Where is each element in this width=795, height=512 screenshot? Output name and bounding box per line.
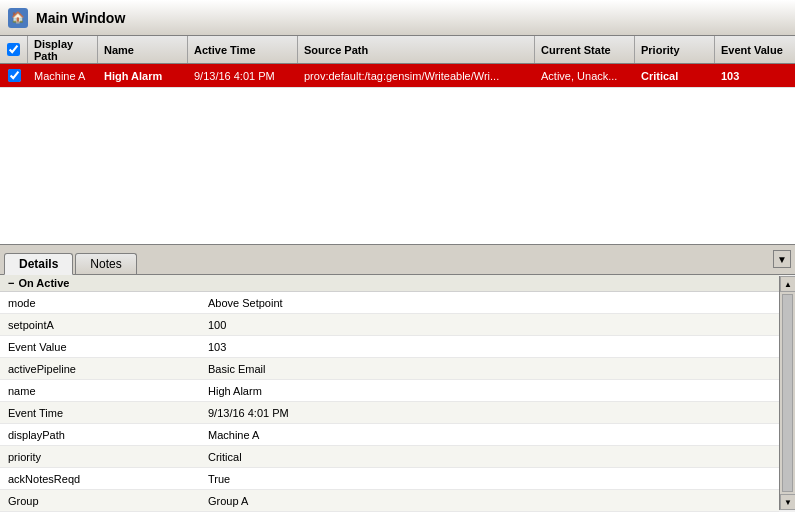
scroll-thumb[interactable]: [782, 294, 793, 492]
detail-value: High Alarm: [200, 385, 779, 397]
cell-priority: Critical: [635, 64, 715, 87]
detail-label: setpointA: [0, 319, 200, 331]
alarm-table-area: Display Path Name Active Time Source Pat…: [0, 36, 795, 245]
detail-row-acknotesreqd: ackNotesReqd True: [0, 468, 779, 490]
tab-details[interactable]: Details: [4, 253, 73, 275]
detail-value: 103: [200, 341, 779, 353]
detail-value: 100: [200, 319, 779, 331]
details-scrollbar[interactable]: ▲ ▼: [779, 276, 795, 510]
detail-label: mode: [0, 297, 200, 309]
detail-label: Event Time: [0, 407, 200, 419]
detail-label: name: [0, 385, 200, 397]
tabs-bar: Details Notes ▼: [0, 245, 795, 275]
cell-current-state: Active, Unack...: [535, 64, 635, 87]
tab-notes[interactable]: Notes: [75, 253, 136, 274]
table-body[interactable]: Machine A High Alarm 9/13/16 4:01 PM pro…: [0, 64, 795, 244]
detail-value: Above Setpoint: [200, 297, 779, 309]
detail-value: 9/13/16 4:01 PM: [200, 407, 779, 419]
section-header-on-active: − On Active: [0, 275, 779, 292]
section-collapse-icon[interactable]: −: [8, 277, 14, 289]
alarm-table-wrapper: Display Path Name Active Time Source Pat…: [0, 36, 795, 245]
detail-row-priority: priority Critical: [0, 446, 779, 468]
col-priority: Priority: [635, 36, 715, 63]
detail-label: Group: [0, 495, 200, 507]
detail-row-activepipeline: activePipeline Basic Email: [0, 358, 779, 380]
header-checkbox-cell[interactable]: [0, 36, 28, 63]
detail-value: Basic Email: [200, 363, 779, 375]
detail-value: True: [200, 473, 779, 485]
cell-active-time: 9/13/16 4:01 PM: [188, 64, 298, 87]
detail-label: activePipeline: [0, 363, 200, 375]
detail-value: Critical: [200, 451, 779, 463]
title-bar: 🏠 Main Window: [0, 0, 795, 36]
table-row[interactable]: Machine A High Alarm 9/13/16 4:01 PM pro…: [0, 64, 795, 88]
cell-display-path: Machine A: [28, 64, 98, 87]
window-title: Main Window: [36, 10, 125, 26]
detail-value: Group A: [200, 495, 779, 507]
details-content[interactable]: − On Active mode Above Setpoint setpoint…: [0, 275, 779, 512]
scroll-down-arrow[interactable]: ▼: [780, 494, 795, 510]
detail-row-event-time: Event Time 9/13/16 4:01 PM: [0, 402, 779, 424]
detail-row-event-value: Event Value 103: [0, 336, 779, 358]
cell-name: High Alarm: [98, 64, 188, 87]
row-checkbox[interactable]: [8, 69, 21, 82]
detail-label: Event Value: [0, 341, 200, 353]
col-display-path: Display Path: [28, 36, 98, 63]
cell-source-path: prov:default:/tag:gensim/Writeable/Wri..…: [298, 64, 535, 87]
main-content: Display Path Name Active Time Source Pat…: [0, 36, 795, 512]
col-current-state: Current State: [535, 36, 635, 63]
header-checkbox[interactable]: [7, 43, 20, 56]
detail-label: ackNotesReqd: [0, 473, 200, 485]
detail-label: displayPath: [0, 429, 200, 441]
window-icon: 🏠: [8, 8, 28, 28]
row-checkbox-cell[interactable]: [0, 64, 28, 87]
detail-row-mode: mode Above Setpoint: [0, 292, 779, 314]
detail-row-name: name High Alarm: [0, 380, 779, 402]
detail-row-setpointa: setpointA 100: [0, 314, 779, 336]
detail-value: Machine A: [200, 429, 779, 441]
scroll-up-arrow[interactable]: ▲: [780, 276, 795, 292]
col-name: Name: [98, 36, 188, 63]
section-title: On Active: [18, 277, 69, 289]
col-event-value: Event Value: [715, 36, 795, 63]
detail-row-group: Group Group A: [0, 490, 779, 512]
collapse-button[interactable]: ▼: [773, 250, 791, 268]
detail-row-displaypath: displayPath Machine A: [0, 424, 779, 446]
col-active-time: Active Time: [188, 36, 298, 63]
cell-event-value: 103: [715, 64, 795, 87]
bottom-panel: Details Notes ▼ − On Active mode Above S…: [0, 245, 795, 512]
col-source-path: Source Path: [298, 36, 535, 63]
detail-label: priority: [0, 451, 200, 463]
table-header: Display Path Name Active Time Source Pat…: [0, 36, 795, 64]
